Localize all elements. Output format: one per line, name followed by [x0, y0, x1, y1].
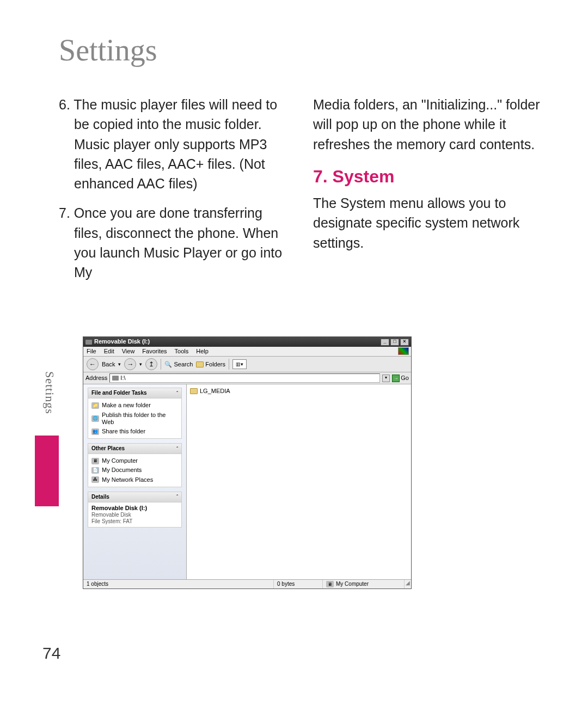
menu-edit[interactable]: Edit [104, 348, 114, 355]
address-field[interactable]: I:\ [109, 373, 380, 383]
back-button[interactable]: ← [87, 358, 99, 370]
column-left: 6. The music player files will need to b… [59, 95, 291, 292]
place-label: My Computer [102, 457, 138, 464]
step-7-text: 7. Once you are done transferring files,… [59, 203, 291, 282]
up-button[interactable]: ↥ [145, 358, 157, 370]
explorer-content[interactable]: LG_MEDIA [187, 384, 411, 579]
go-arrow-icon: → [392, 375, 400, 382]
step-6-text: 6. The music player files will need to b… [59, 95, 291, 193]
folder-lg-media[interactable]: LG_MEDIA [189, 387, 409, 396]
place-label: My Documents [102, 467, 142, 474]
side-section-label: Settings [42, 371, 57, 414]
maximize-button[interactable]: □ [390, 339, 399, 346]
go-button[interactable]: → Go [392, 375, 409, 382]
collapse-icon[interactable]: ˆ [176, 390, 178, 396]
place-my-network[interactable]: 🖧My Network Places [91, 475, 178, 485]
explorer-sidebar: File and Folder Tasks ˆ 📁Make a new fold… [83, 384, 187, 579]
explorer-screenshot: Removable Disk (I:) _ □ × File Edit View… [83, 336, 412, 589]
search-label: Search [174, 361, 193, 368]
tasks-pane: File and Folder Tasks ˆ 📁Make a new fold… [88, 388, 182, 439]
back-label: Back [102, 361, 115, 368]
minimize-button[interactable]: _ [381, 339, 389, 346]
search-button[interactable]: 🔍 Search [164, 361, 193, 368]
task-publish[interactable]: 🌐Publish this folder to the Web [91, 410, 178, 427]
back-dropdown-icon[interactable]: ▾ [118, 361, 121, 367]
status-location: 🖥 My Computer [323, 580, 405, 588]
status-objects: 1 objects [83, 580, 274, 588]
go-label: Go [401, 375, 409, 382]
search-icon: 🔍 [164, 361, 172, 368]
task-label: Make a new folder [102, 402, 151, 409]
toolbar-separator-2 [229, 359, 229, 370]
folder-label: LG_MEDIA [200, 388, 230, 395]
menu-help[interactable]: Help [196, 348, 209, 355]
continuation-text: Media folders, an "Initializing..." fold… [313, 95, 546, 154]
folder-icon [190, 388, 198, 394]
toolbar: ← Back ▾ → ▾ ↥ 🔍 Search Folders ▥▾ [83, 357, 411, 372]
address-dropdown-icon[interactable]: ▾ [382, 375, 390, 382]
toolbar-separator [161, 359, 161, 370]
status-location-label: My Computer [336, 581, 369, 587]
page-number: 74 [42, 644, 60, 663]
folders-button[interactable]: Folders [196, 361, 225, 368]
window-titlebar: Removable Disk (I:) _ □ × [83, 337, 411, 347]
menu-bar: File Edit View Favorites Tools Help [83, 347, 411, 357]
network-icon: 🖧 [91, 476, 99, 483]
menu-view[interactable]: View [122, 348, 135, 355]
new-folder-icon: 📁 [91, 402, 99, 409]
details-type: Removable Disk [91, 512, 178, 518]
task-label: Share this folder [102, 428, 145, 435]
details-filesystem: File System: FAT [91, 518, 178, 525]
forward-dropdown-icon[interactable]: ▾ [139, 361, 142, 367]
address-bar: Address I:\ ▾ → Go [83, 372, 411, 384]
status-size: 0 bytes [274, 580, 323, 588]
column-right: Media folders, an "Initializing..." fold… [313, 95, 546, 292]
windows-flag-icon [398, 347, 409, 355]
task-share[interactable]: 👥Share this folder [91, 427, 178, 436]
system-body-text: The System menu allows you to designate … [313, 193, 546, 253]
drive-icon [112, 376, 119, 381]
drive-icon [85, 340, 92, 345]
collapse-icon[interactable]: ˆ [176, 494, 178, 500]
menu-favorites[interactable]: Favorites [142, 348, 167, 355]
folder-icon [196, 361, 204, 367]
collapse-icon[interactable]: ˆ [176, 446, 178, 452]
task-new-folder[interactable]: 📁Make a new folder [91, 401, 178, 410]
close-button[interactable]: × [400, 339, 409, 346]
folders-label: Folders [205, 361, 225, 368]
share-icon: 👥 [91, 428, 99, 435]
window-title: Removable Disk (I:) [94, 338, 150, 345]
computer-icon: 🖥 [326, 581, 334, 587]
task-label: Publish this folder to the Web [102, 412, 178, 426]
views-button[interactable]: ▥▾ [232, 359, 247, 369]
places-pane: Other Places ˆ 🖥My Computer 📄My Document… [88, 443, 182, 487]
menu-file[interactable]: File [87, 348, 96, 355]
tasks-pane-title: File and Folder Tasks [91, 390, 147, 396]
menu-tools[interactable]: Tools [175, 348, 189, 355]
globe-icon: 🌐 [91, 415, 99, 422]
computer-icon: 🖥 [91, 458, 99, 464]
place-label: My Network Places [102, 476, 153, 483]
details-pane: Details ˆ Removable Disk (I:) Removable … [88, 492, 182, 528]
side-accent-bar [35, 436, 59, 506]
page-title: Settings [59, 33, 546, 68]
place-my-computer[interactable]: 🖥My Computer [91, 456, 178, 465]
resize-grip-icon[interactable]: ◢ [405, 580, 411, 588]
details-pane-title: Details [91, 494, 109, 500]
places-pane-title: Other Places [91, 445, 125, 452]
status-bar: 1 objects 0 bytes 🖥 My Computer ◢ [83, 579, 411, 588]
address-label: Address [85, 375, 107, 382]
place-my-documents[interactable]: 📄My Documents [91, 465, 178, 475]
address-value: I:\ [120, 375, 125, 382]
system-heading: 7. System [313, 164, 546, 189]
details-name: Removable Disk (I:) [91, 505, 147, 511]
forward-button[interactable]: → [124, 358, 136, 370]
documents-icon: 📄 [91, 467, 99, 474]
